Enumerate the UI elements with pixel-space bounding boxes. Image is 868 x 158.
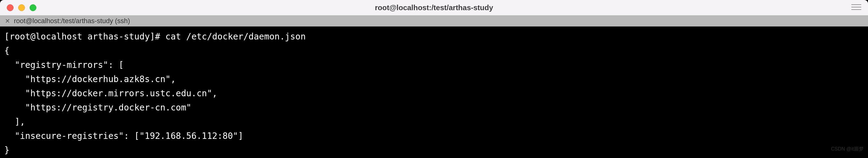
output-line: } [4,143,864,157]
tab-close-icon[interactable]: ✕ [5,18,10,24]
terminal-window: root@localhost:/test/arthas-study ✕ root… [0,0,868,158]
terminal-body[interactable]: [root@localhost arthas-study]# cat /etc/… [0,27,868,158]
output-line: "https://registry.docker-cn.com" [4,101,864,115]
maximize-icon[interactable] [30,4,36,11]
output-line: { [4,44,864,58]
close-icon[interactable] [7,4,13,11]
command: cat /etc/docker/daemon.json [165,31,306,42]
window-title: root@localhost:/test/arthas-study [375,3,493,12]
traffic-lights [0,4,36,11]
tabbar: ✕ root@localhost:/test/arthas-study (ssh… [0,16,868,27]
menu-icon[interactable] [851,4,861,11]
watermark: CSDN @it噩梦 [831,142,864,156]
output-line: "https://docker.mirrors.ustc.edu.cn", [4,86,864,101]
command-line: [root@localhost arthas-study]# cat /etc/… [4,30,864,44]
output-line: "registry-mirrors": [ [4,58,864,72]
output-line: "https://dockerhub.azk8s.cn", [4,72,864,86]
minimize-icon[interactable] [18,4,25,11]
output-line: ], [4,115,864,129]
titlebar: root@localhost:/test/arthas-study [0,0,868,16]
prompt: [root@localhost arthas-study]# [4,31,165,42]
output-line: "insecure-registries": ["192.168.56.112:… [4,129,864,143]
tab-label[interactable]: root@localhost:/test/arthas-study (ssh) [14,17,130,25]
